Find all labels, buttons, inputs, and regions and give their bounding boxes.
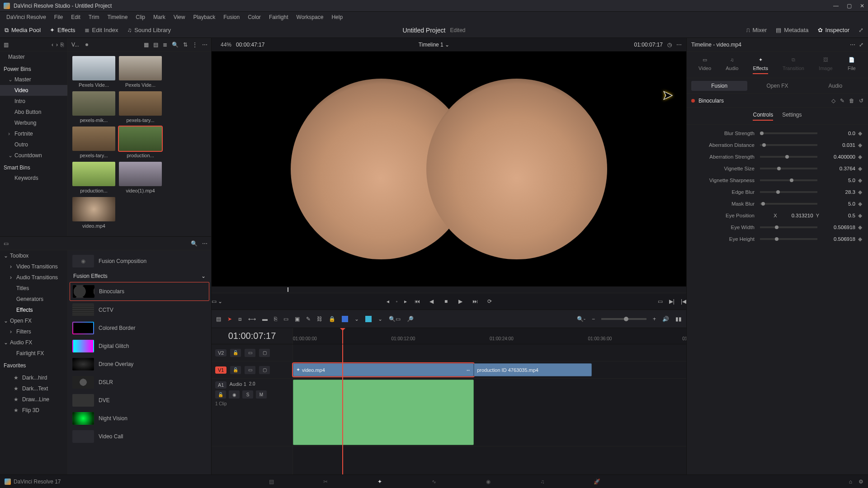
menu-playback[interactable]: Playback: [189, 13, 219, 22]
param-slider[interactable]: [760, 156, 817, 158]
track-head-a1[interactable]: A1 Audio 1 2.0 🔓 ◉ S M 1 Clip: [212, 379, 292, 446]
param-slider[interactable]: [760, 144, 817, 146]
clip-thumb[interactable]: pexels-tary...: [119, 91, 162, 123]
page-media[interactable]: ▤: [267, 477, 276, 486]
disable-v1[interactable]: ▢: [259, 366, 270, 374]
bin-master[interactable]: Master: [0, 52, 67, 62]
page-color[interactable]: ◉: [484, 477, 493, 486]
insert-clip-icon[interactable]: ⎘: [274, 316, 277, 322]
flag-cyan[interactable]: [365, 316, 372, 322]
param-value[interactable]: 0.400000: [823, 154, 855, 160]
bin-werbung[interactable]: Werbung: [0, 117, 67, 128]
menu-edit[interactable]: Edit: [67, 13, 84, 22]
play-icon[interactable]: ▶: [457, 297, 465, 305]
param-slider[interactable]: [760, 179, 817, 181]
overwrite-clip-icon[interactable]: ▭: [283, 316, 288, 322]
param-value[interactable]: 0.3764: [823, 166, 855, 171]
fx-delete-icon[interactable]: 🗑: [849, 98, 854, 104]
fx-drone-overlay[interactable]: Drone Overlay: [70, 355, 209, 373]
maximize-icon[interactable]: ▢: [847, 3, 852, 9]
param-value[interactable]: 0.506918: [823, 236, 855, 242]
fx-tree-video-transitions[interactable]: ›Video Transitions: [0, 261, 67, 272]
bin-video[interactable]: Video: [0, 85, 67, 96]
home-icon[interactable]: ⌂: [849, 479, 852, 485]
viewer-more-icon[interactable]: ⋯: [676, 42, 682, 48]
fx-tree-generators[interactable]: Generators: [0, 294, 67, 305]
inspector-tab-file[interactable]: 📄File: [847, 55, 856, 74]
keyframe-icon[interactable]: ◆: [858, 154, 863, 160]
smart-bin-keywords[interactable]: Keywords: [0, 173, 67, 183]
timeline-timecode[interactable]: 01:00:07:17: [212, 328, 293, 344]
page-fusion[interactable]: ∿: [429, 477, 439, 486]
effects-button[interactable]: ✦Effects: [50, 27, 75, 33]
fx-digital-glitch[interactable]: Digital Glitch: [70, 337, 209, 355]
clip-audio[interactable]: [293, 380, 474, 445]
flag-cyan-dropdown[interactable]: ⌄: [378, 316, 382, 322]
mixer-button[interactable]: ⎍Mixer: [746, 27, 767, 33]
arm-a1[interactable]: ◉: [229, 390, 240, 399]
go-start-icon[interactable]: |◀: [681, 298, 686, 305]
fx-cctv[interactable]: CCTV: [70, 301, 209, 319]
fx-tree-audio-transitions[interactable]: ›Audio Transitions: [0, 272, 67, 283]
inspector-more-icon[interactable]: ⋯: [850, 42, 855, 48]
search-timeline-icon[interactable]: 🔍▭: [389, 316, 401, 322]
keyframe-icon[interactable]: ◆: [858, 212, 863, 219]
page-cut[interactable]: ✂: [321, 477, 330, 486]
lock-a1-icon[interactable]: 🔓: [215, 390, 226, 399]
inspector-tab-audio[interactable]: ♫Audio: [726, 55, 738, 74]
close-icon[interactable]: ✕: [860, 3, 864, 9]
fx-enable-dot[interactable]: [691, 99, 695, 103]
loop-icon[interactable]: ⟳: [486, 297, 494, 305]
trim-tool-icon[interactable]: ⧈: [238, 316, 242, 322]
mute-a1[interactable]: M: [256, 390, 267, 399]
selection-tool-icon[interactable]: ➤: [227, 316, 232, 322]
viewer-zoom[interactable]: 44%: [221, 42, 231, 48]
next-edit-icon[interactable]: ▸: [404, 298, 407, 305]
fx-curve-icon[interactable]: ✎: [840, 98, 844, 104]
sort-dropdown[interactable]: V...: [71, 42, 79, 48]
inspector-tab-effects[interactable]: ✦Effects: [753, 55, 768, 74]
more-icon[interactable]: ⋯: [202, 42, 208, 48]
keyframe-icon[interactable]: ◆: [858, 165, 863, 172]
param-slider[interactable]: [760, 191, 817, 193]
fx-tree-audio-fx[interactable]: ⌄Audio FX: [0, 337, 67, 348]
inspector-tab-transition[interactable]: ⧉Transition: [783, 55, 804, 74]
bin-outro[interactable]: Outro: [0, 139, 67, 150]
fx-tree-dark...text[interactable]: ★Dark...Text: [0, 383, 67, 394]
clip-thumb[interactable]: production...: [119, 127, 162, 158]
menu-trim[interactable]: Trim: [85, 13, 103, 22]
razor-icon[interactable]: ✎: [306, 316, 311, 322]
match-frame-icon[interactable]: ◦: [396, 298, 397, 305]
fullscreen-icon[interactable]: ▭: [658, 298, 663, 305]
keyframe-icon[interactable]: ◆: [858, 224, 863, 230]
fx-panel-toggle[interactable]: ▭: [4, 240, 9, 247]
zoom-minus[interactable]: −: [592, 316, 595, 322]
menu-color[interactable]: Color: [244, 13, 264, 22]
link-icon[interactable]: ⛓: [317, 316, 322, 322]
fx-dve[interactable]: DVE: [70, 391, 209, 409]
viewer[interactable]: ➤: [212, 52, 686, 286]
flag-blue[interactable]: [342, 316, 348, 322]
find-icon[interactable]: 🔎: [407, 316, 414, 322]
keyframe-icon[interactable]: ◆: [858, 130, 863, 136]
disable-v2[interactable]: ▢: [259, 349, 270, 357]
filter-icon[interactable]: ⋮: [192, 42, 198, 48]
fx-binoculars[interactable]: Binoculars: [70, 282, 209, 301]
track-v1[interactable]: ✦ video.mp4 ↔ production ID 4763035.mp4: [293, 361, 686, 379]
page-deliver[interactable]: 🚀: [592, 477, 601, 486]
fx-reset-icon[interactable]: ↺: [859, 98, 863, 104]
minimize-icon[interactable]: —: [833, 3, 839, 9]
keyframe-icon[interactable]: ◆: [858, 201, 863, 207]
first-frame-icon[interactable]: ⏮: [413, 297, 421, 305]
last-frame-icon[interactable]: ⏭: [471, 297, 479, 305]
stop-icon[interactable]: ■: [442, 297, 450, 305]
step-back-icon[interactable]: ◀: [428, 297, 436, 305]
param-tab-settings[interactable]: Settings: [782, 112, 802, 121]
go-end-icon[interactable]: ▶|: [669, 298, 675, 305]
fx-tree-filters[interactable]: ›Filters: [0, 326, 67, 337]
bin-countdown[interactable]: ⌄Countdown: [0, 150, 67, 161]
scrubber-playhead[interactable]: [288, 287, 288, 292]
clip-thumb[interactable]: Pexels Vide...: [119, 56, 162, 88]
param-slider[interactable]: [760, 203, 817, 205]
param-value[interactable]: 5.0: [823, 201, 855, 206]
